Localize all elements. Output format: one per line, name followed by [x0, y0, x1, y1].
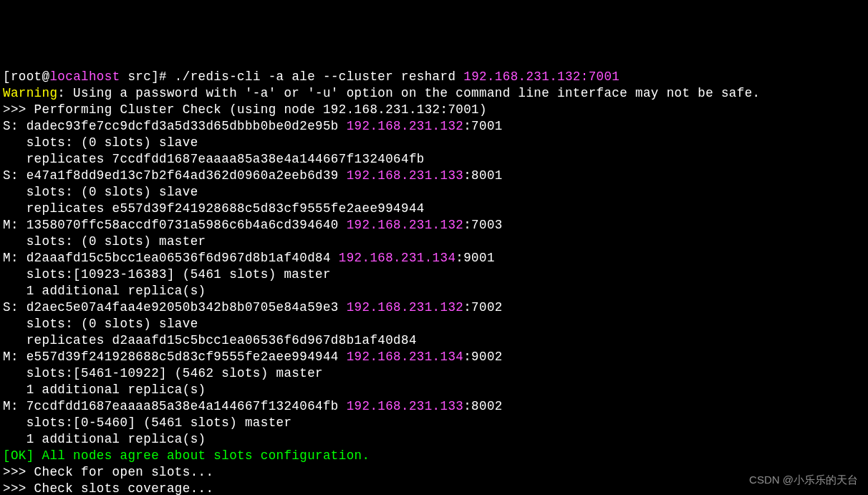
- node-detail-line: slots: (0 slots) slave: [3, 184, 865, 201]
- node-header: S: e47a1f8dd9ed13c7b2f64ad362d0960a2eeb6…: [3, 168, 865, 184]
- node-detail: slots: (0 slots) master: [3, 234, 206, 249]
- ok-line: [OK] All nodes agree about slots configu…: [3, 448, 865, 464]
- prompt-path: src]#: [120, 69, 175, 84]
- node-port: :8001: [463, 168, 503, 183]
- node-port: :7001: [463, 119, 503, 133]
- prompt-user: [root@: [3, 69, 49, 84]
- node-detail-line: 1 additional replica(s): [3, 382, 865, 398]
- warning-msg: : Using a password with '-a' or '-u' opt…: [57, 86, 760, 100]
- check-open-slots: >>> Check for open slots...: [3, 465, 213, 479]
- node-detail: slots: (0 slots) slave: [3, 317, 198, 331]
- node-header: M: 1358070ffc58accdf0731a5986c6b4a6cd394…: [3, 217, 865, 234]
- node-detail-line: slots: (0 slots) slave: [3, 135, 865, 151]
- ok-slots-config: [OK] All nodes agree about slots configu…: [3, 448, 370, 463]
- node-header: M: e557d39f241928688c5d83cf9555fe2aee994…: [3, 349, 865, 365]
- node-id: M: e557d39f241928688c5d83cf9555fe2aee994…: [3, 350, 347, 364]
- node-port: :9001: [455, 251, 495, 265]
- node-ip: 192.168.231.134: [339, 251, 456, 265]
- terminal-output: [root@localhost src]# ./redis-cli -a ale…: [3, 69, 865, 495]
- node-detail-line: replicates e557d39f241928688c5d83cf9555f…: [3, 201, 865, 217]
- check-line: >>> Check slots coverage...: [3, 481, 865, 495]
- node-port: :8002: [463, 399, 503, 413]
- check-slots-coverage: >>> Check slots coverage...: [3, 481, 213, 495]
- node-detail-line: replicates d2aaafd15c5bcc1ea06536f6d967d…: [3, 332, 865, 349]
- node-detail-line: slots: (0 slots) slave: [3, 316, 865, 332]
- node-detail: slots: (0 slots) slave: [3, 185, 198, 199]
- node-detail: slots:[5461-10922] (5462 slots) master: [3, 366, 323, 380]
- node-port: :7002: [463, 300, 503, 314]
- node-header: S: d2aec5e07a4faa4e92050b342b8b0705e84a5…: [3, 299, 865, 316]
- node-detail: slots:[0-5460] (5461 slots) master: [3, 415, 291, 430]
- node-id: M: 7ccdfdd1687eaaaa85a38e4a144667f132406…: [3, 399, 347, 413]
- node-detail: 1 additional replica(s): [3, 284, 206, 298]
- node-id: S: d2aec5e07a4faa4e92050b342b8b0705e84a5…: [3, 300, 347, 314]
- command[interactable]: ./redis-cli -a ale --cluster reshard: [175, 69, 463, 84]
- node-detail: slots:[10923-16383] (5461 slots) master: [3, 267, 331, 282]
- node-detail: slots: (0 slots) slave: [3, 135, 198, 150]
- node-detail: 1 additional replica(s): [3, 432, 206, 446]
- watermark: CSDN @小乐乐的天台: [749, 471, 858, 488]
- node-header: M: 7ccdfdd1687eaaaa85a38e4a144667f132406…: [3, 398, 865, 415]
- node-id: S: e47a1f8dd9ed13c7b2f64ad362d0960a2eeb6…: [3, 168, 347, 183]
- node-header: M: d2aaafd15c5bcc1ea06536f6d967d8b1af40d…: [3, 250, 865, 266]
- prompt-line: [root@localhost src]# ./redis-cli -a ale…: [3, 69, 865, 85]
- command-target[interactable]: 192.168.231.132:7001: [463, 69, 619, 84]
- node-detail-line: slots:[10923-16383] (5461 slots) master: [3, 266, 865, 283]
- node-detail: 1 additional replica(s): [3, 383, 206, 397]
- node-detail-line: slots:[0-5460] (5461 slots) master: [3, 415, 865, 431]
- cluster-check-header: >>> Performing Cluster Check (using node…: [3, 102, 487, 117]
- header-line: >>> Performing Cluster Check (using node…: [3, 102, 865, 118]
- node-port: :9002: [463, 350, 503, 364]
- node-detail-line: 1 additional replica(s): [3, 431, 865, 448]
- node-port: :7003: [463, 218, 503, 232]
- node-detail-line: 1 additional replica(s): [3, 283, 865, 299]
- warning-label: Warning: [3, 86, 57, 100]
- check-line: >>> Check for open slots...: [3, 464, 865, 481]
- node-detail: replicates d2aaafd15c5bcc1ea06536f6d967d…: [3, 333, 417, 347]
- node-ip: 192.168.231.133: [347, 399, 464, 413]
- node-ip: 192.168.231.132: [347, 119, 464, 133]
- node-detail-line: slots:[5461-10922] (5462 slots) master: [3, 365, 865, 382]
- node-id: M: d2aaafd15c5bcc1ea06536f6d967d8b1af40d…: [3, 251, 339, 265]
- node-ip: 192.168.231.134: [347, 350, 464, 364]
- node-ip: 192.168.231.133: [347, 168, 464, 183]
- node-detail-line: slots: (0 slots) master: [3, 234, 865, 250]
- node-detail: replicates 7ccdfdd1687eaaaa85a38e4a14466…: [3, 152, 425, 166]
- node-id: S: dadec93fe7cc9dcfd3a5d33d65dbbb0be0d2e…: [3, 119, 347, 133]
- node-header: S: dadec93fe7cc9dcfd3a5d33d65dbbb0be0d2e…: [3, 118, 865, 135]
- node-detail-line: replicates 7ccdfdd1687eaaaa85a38e4a14466…: [3, 151, 865, 168]
- node-ip: 192.168.231.132: [347, 218, 464, 232]
- node-id: M: 1358070ffc58accdf0731a5986c6b4a6cd394…: [3, 218, 347, 232]
- warning-line: Warning: Using a password with '-a' or '…: [3, 85, 865, 102]
- prompt-host: localhost: [49, 69, 120, 84]
- node-ip: 192.168.231.132: [347, 300, 464, 314]
- node-detail: replicates e557d39f241928688c5d83cf9555f…: [3, 201, 425, 216]
